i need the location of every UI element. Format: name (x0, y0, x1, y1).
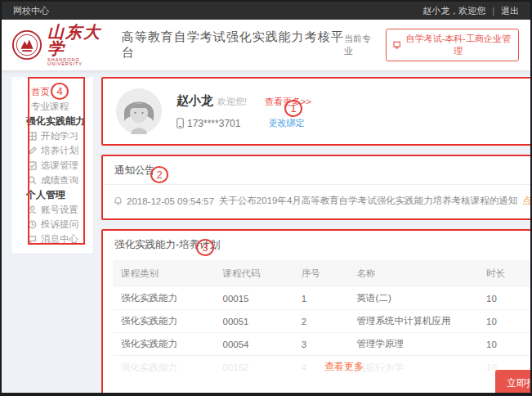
sidebar-group-personal: 个人管理 (11, 187, 93, 202)
cell-duration: 10 (478, 340, 525, 349)
content-area: 4 首页 专业课程 强化实践能力 开始学习 培养计划 (2, 70, 530, 394)
sidebar-group-label: 强化实践能力 (26, 114, 85, 128)
chat-icon (28, 235, 37, 244)
certificate-icon (393, 41, 400, 49)
cell-seq: 3 (293, 340, 349, 349)
app-header: 山东大学 SHANDONG UNIVERSITY 高等教育自学考试强化实践能力考… (2, 20, 530, 70)
plan-title: 强化实践能力-培养计划 (103, 231, 532, 259)
cell-name: 英语(二) (349, 292, 478, 304)
cell-code: 00051 (215, 317, 293, 326)
annotation-circle-3: 3 (196, 239, 214, 256)
sidebar-item-label: 培养计划 (41, 143, 78, 158)
sidebar-item-complaints[interactable]: 投诉提问 (11, 217, 93, 232)
training-plan-card: 3 强化实践能力-培养计划 课程类别 课程代码 序号 名称 时长 能否报考 强化… (101, 229, 532, 394)
notice-card: 2 通知公告 2018-12-05 09:54:57 关于公布2019年4月高等… (101, 155, 532, 220)
search-icon (28, 176, 37, 185)
grid-icon (28, 132, 37, 141)
phone-icon (177, 118, 184, 128)
cell-name: 组织行为学 (349, 362, 478, 374)
sidebar-group-label: 个人管理 (26, 187, 65, 202)
sidebar-item-label: 选课管理 (41, 158, 78, 173)
university-seal-icon (11, 29, 42, 61)
change-binding-link[interactable]: 更改绑定 (268, 117, 304, 129)
sidebar-item-course-selection[interactable]: 选课管理 (11, 158, 93, 173)
sidebar-item-label: 账号设置 (41, 202, 78, 217)
cell-code: 00152 (215, 362, 293, 372)
phone-number: 173****3701 (187, 118, 240, 129)
annotation-circle-4: 4 (51, 83, 69, 100)
sidebar-item-label: 消息中心 (41, 232, 78, 246)
cell-category: 强化实践能力 (113, 338, 215, 350)
university-name-cn: 山东大学 (47, 24, 114, 56)
clock-icon (28, 220, 37, 229)
welcome-text: 欢迎您! (217, 96, 247, 108)
cell-category: 强化实践能力 (113, 315, 215, 327)
col-header: 能否报考 (525, 268, 532, 280)
user-info-card: 1 赵小龙 欢迎您! 查看更多>> (101, 77, 532, 146)
topbar-username: 赵小龙，欢迎您 (422, 5, 485, 17)
col-header: 课程代码 (215, 268, 293, 280)
cell-duration: 10 (478, 317, 525, 326)
sidebar-item-score-query[interactable]: 成绩查询 (11, 173, 93, 187)
sidebar-group-practice: 强化实践能力 (11, 114, 93, 128)
sidebar-item-start-learning[interactable]: 开始学习 (11, 128, 93, 143)
avatar (116, 88, 162, 134)
notice-text: 关于公布2019年4月高等教育自学考试强化实践能力培养考核课程的通知 (219, 195, 517, 207)
main-column: 1 赵小龙 欢迎您! 查看更多>> (101, 77, 532, 394)
col-header: 时长 (478, 268, 525, 280)
sidebar-item-label: 投诉提问 (41, 217, 78, 232)
sidebar-item-label: 开始学习 (41, 128, 78, 143)
cell-seq: 2 (293, 317, 349, 326)
cell-category: 强化实践能力 (113, 362, 215, 374)
logout-link[interactable]: 退出 (501, 5, 519, 17)
table-row-faded: 强化实践能力 00152 4 组织行为学 10 ✓ (113, 356, 532, 379)
topbar-brand[interactable]: 网校中心 (13, 5, 49, 17)
sidebar-item-label: 成绩查询 (41, 173, 78, 187)
sidebar-item-major-courses[interactable]: 专业课程 (11, 99, 93, 114)
cell-name: 管理系统中计算机应用 (349, 315, 478, 327)
cell-code: 00054 (215, 340, 293, 349)
table-header-row: 课程类别 课程代码 序号 名称 时长 能否报考 (113, 260, 532, 287)
col-header: 名称 (349, 268, 478, 280)
major-button-label: 自学考试-本科-工商企业管理 (405, 33, 512, 57)
university-name-en: SHANDONG UNIVERSITY (47, 58, 114, 67)
university-logo: 山东大学 SHANDONG UNIVERSITY (11, 24, 114, 67)
topbar: 网校中心 赵小龙，欢迎您 | 退出 (2, 2, 530, 20)
current-major-label: 当前专业 (344, 33, 378, 57)
sidebar-item-label: 首页 (31, 84, 50, 99)
browser-window: 网校中心 赵小龙，欢迎您 | 退出 山东大学 SHANDONG UNIVERSI… (0, 0, 532, 396)
annotation-circle-2: 2 (150, 166, 168, 183)
table-row: 强化实践能力 00015 1 英语(二) 10 ✓ (113, 287, 532, 310)
major-select-button[interactable]: 自学考试-本科-工商企业管理 (386, 29, 519, 61)
user-name: 赵小龙 (177, 93, 213, 109)
sidebar-item-account-settings[interactable]: 账号设置 (11, 202, 93, 217)
cell-category: 强化实践能力 (113, 292, 215, 304)
notice-date: 2018-12-05 09:54:57 (127, 196, 214, 206)
table-row: 强化实践能力 00054 3 管理学原理 10 ✓ (113, 333, 532, 356)
bell-icon (114, 196, 122, 205)
see-more-link[interactable]: 查看更多 (324, 360, 364, 374)
col-header: 课程类别 (113, 268, 215, 280)
notice-item[interactable]: 2018-12-05 09:54:57 关于公布2019年4月高等教育自学考试强… (103, 185, 532, 217)
user-icon (28, 205, 37, 214)
checkbox-icon (28, 161, 37, 170)
pen-icon (28, 146, 37, 155)
cell-seq: 1 (293, 294, 349, 304)
course-table: 课程类别 课程代码 序号 名称 时长 能否报考 强化实践能力 00015 1 英… (113, 260, 532, 379)
topbar-separator: | (492, 6, 494, 16)
col-header: 序号 (293, 268, 349, 280)
table-row: 强化实践能力 00051 2 管理系统中计算机应用 10 ✓ (113, 310, 532, 333)
annotation-circle-1: 1 (284, 100, 302, 117)
user-phone: 173****3701 (177, 118, 240, 129)
click-to-view-link[interactable]: 点击查看 >> (522, 195, 532, 207)
cell-duration: 10 (478, 294, 525, 304)
sidebar: 4 首页 专业课程 强化实践能力 开始学习 培养计划 (11, 77, 93, 254)
sidebar-item-label: 专业课程 (31, 99, 69, 114)
cell-name: 管理学原理 (349, 338, 478, 350)
cell-code: 00015 (215, 294, 293, 304)
sidebar-item-message-center[interactable]: 消息中心 (11, 232, 93, 246)
sidebar-item-training-plan[interactable]: 培养计划 (11, 143, 93, 158)
table-body: 强化实践能力 00015 1 英语(二) 10 ✓ 强化实践能力 00051 2… (113, 287, 532, 379)
page-title: 高等教育自学考试强化实践能力考核平台 (122, 29, 344, 61)
register-pay-button[interactable]: 立即报名缴费 (495, 370, 532, 396)
